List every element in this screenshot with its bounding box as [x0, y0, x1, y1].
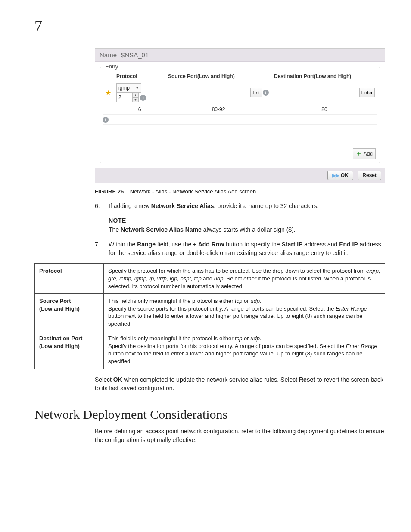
step-6: 6. If adding a new Network Service Alias… — [95, 202, 385, 210]
dialog-footer: ▶▶ OK Reset — [95, 168, 385, 183]
entry-table: Protocol Source Port(Low and High) Desti… — [103, 72, 377, 146]
source-port-input[interactable] — [168, 88, 249, 97]
ok-label: OK — [341, 172, 349, 178]
table-row: Protocol Specify the protocol for which … — [35, 264, 385, 294]
closing-paragraph: Select OK when completed to update the n… — [95, 375, 385, 393]
cell-dest: 80 — [271, 104, 377, 115]
protocol-number-input[interactable] — [116, 93, 133, 102]
info-icon: i — [140, 95, 146, 101]
figure-caption: FIGURE 26 Network - Alias - Network Serv… — [95, 188, 385, 195]
cell-label: Destination Port(Low and High) — [35, 331, 104, 369]
table-row: ★ igmp ▼ ▲▼ i Ent i — [103, 81, 377, 104]
step-number: 6. — [95, 202, 103, 210]
section-heading: Network Deployment Considerations — [34, 407, 385, 422]
col-source: Source Port(Low and High) — [165, 72, 271, 81]
add-row-label: Add — [364, 151, 373, 157]
info-icon: i — [263, 90, 269, 96]
plus-icon: ＋ — [356, 150, 362, 158]
source-enter-button[interactable]: Ent — [250, 88, 262, 97]
dest-enter-button[interactable]: Enter — [359, 88, 375, 97]
step-number: 7. — [95, 240, 103, 258]
reset-label: Reset — [362, 172, 377, 178]
entry-legend: Entry — [103, 63, 120, 70]
table-row: Source Port(Low and High) This field is … — [35, 294, 385, 331]
figure-caption-text: Network - Alias - Network Service Alias … — [130, 188, 256, 195]
spinner-buttons[interactable]: ▲▼ — [133, 93, 139, 102]
protocol-number-spinner[interactable]: ▲▼ — [116, 93, 139, 102]
name-value: $NSA_01 — [121, 51, 149, 59]
figure-screenshot: Name $NSA_01 Entry Protocol Source Port(… — [95, 48, 385, 183]
chevron-down-icon: ▼ — [135, 86, 139, 90]
dest-port-input[interactable] — [274, 88, 358, 97]
name-label: Name — [100, 51, 117, 59]
description-table: Protocol Specify the protocol for which … — [34, 263, 385, 369]
section-intro: Before defining an access point network … — [95, 427, 385, 445]
table-row: Destination Port(Low and High) This fiel… — [35, 331, 385, 369]
cell-label: Protocol — [35, 264, 104, 294]
cell-desc: This field is only meaningful if the pro… — [104, 294, 385, 331]
cell-protocol: 6 — [114, 104, 165, 115]
add-row-button[interactable]: ＋ Add — [353, 148, 376, 159]
chapter-number: 7 — [34, 17, 385, 35]
cell-desc: This field is only meaningful if the pro… — [104, 331, 385, 369]
protocol-dropdown-value: igmp — [118, 85, 130, 91]
table-row: i — [103, 115, 377, 125]
col-protocol: Protocol — [114, 72, 165, 81]
col-dest: Destination Port(Low and High) — [271, 72, 377, 81]
info-icon: i — [103, 117, 109, 123]
reset-button[interactable]: Reset — [358, 171, 381, 180]
note-heading: NOTE — [109, 216, 385, 225]
protocol-dropdown[interactable]: igmp ▼ — [116, 83, 141, 93]
entry-fieldset: Entry Protocol Source Port(Low and High)… — [100, 67, 380, 163]
note-block: NOTE The Network Service Alias Name alwa… — [109, 216, 385, 234]
cell-label: Source Port(Low and High) — [35, 294, 104, 331]
cell-desc: Specify the protocol for which the alias… — [104, 264, 385, 294]
ok-icon: ▶▶ — [332, 173, 339, 178]
step-7: 7. Within the Range field, use the + Add… — [95, 240, 385, 258]
figure-label: FIGURE 26 — [95, 188, 124, 195]
table-row — [103, 125, 377, 135]
table-row — [103, 135, 377, 146]
star-icon: ★ — [105, 89, 111, 96]
table-row[interactable]: 6 80-92 80 — [103, 104, 377, 115]
cell-source: 80-92 — [165, 104, 271, 115]
name-bar: Name $NSA_01 — [95, 49, 385, 62]
ok-button[interactable]: ▶▶ OK — [327, 171, 353, 180]
